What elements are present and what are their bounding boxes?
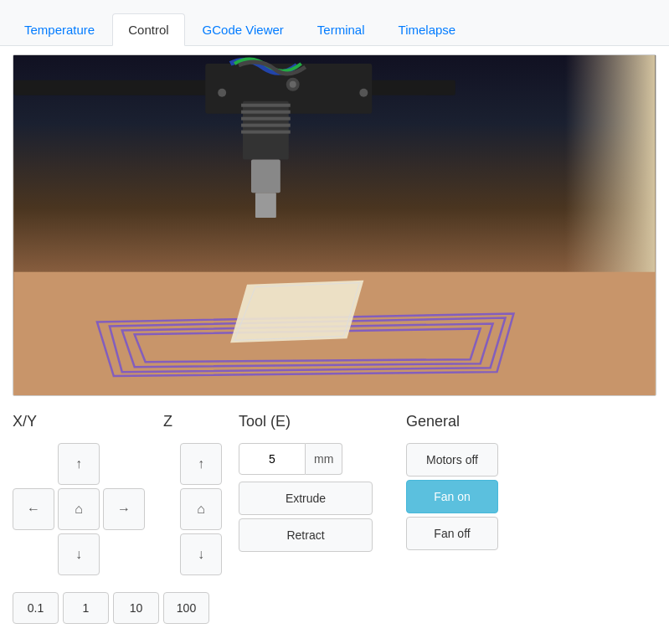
z-direction-pad: ↑ ⌂ ↓ <box>163 443 239 575</box>
tool-header: Tool (E) <box>239 413 406 430</box>
tab-control[interactable]: Control <box>112 13 184 46</box>
svg-rect-6 <box>241 111 291 114</box>
svg-rect-8 <box>241 124 291 127</box>
step-row: 0.1 1 10 100 <box>0 592 669 624</box>
camera-container <box>13 54 656 396</box>
z-header: Z <box>163 413 239 430</box>
xy-section: X/Y ↑ ← ⌂ → ↓ <box>13 413 163 575</box>
svg-point-16 <box>359 89 368 97</box>
motors-off-button[interactable]: Motors off <box>406 443 498 477</box>
step-100-button[interactable]: 100 <box>163 592 209 624</box>
xy-pad-empty-3 <box>13 533 54 575</box>
tab-temperature[interactable]: Temperature <box>8 13 111 45</box>
tool-section: Tool (E) mm Extrude Retract <box>239 413 406 575</box>
xy-pad-empty-1 <box>13 443 54 485</box>
retract-button[interactable]: Retract <box>239 518 373 552</box>
svg-point-15 <box>218 89 226 97</box>
step-1-button[interactable]: 1 <box>63 592 109 624</box>
general-header: General <box>406 413 656 430</box>
general-controls: Motors off Fan on Fan off <box>406 443 656 550</box>
z-section: Z ↑ ⌂ ↓ <box>163 413 239 575</box>
tool-controls: mm Extrude Retract <box>239 443 406 552</box>
fan-on-button[interactable]: Fan on <box>406 480 498 513</box>
tool-input-row: mm <box>239 443 406 475</box>
svg-rect-11 <box>255 193 276 218</box>
xy-direction-pad: ↑ ← ⌂ → ↓ <box>13 443 163 575</box>
tool-amount-input[interactable] <box>239 443 306 475</box>
tab-bar: Temperature Control GCode Viewer Termina… <box>0 0 669 46</box>
xy-up-button[interactable]: ↑ <box>58 443 100 485</box>
z-down-button[interactable]: ↓ <box>180 533 222 575</box>
svg-rect-9 <box>241 131 291 134</box>
xy-down-button[interactable]: ↓ <box>58 533 100 575</box>
xy-pad-empty-2 <box>103 443 145 485</box>
tab-terminal[interactable]: Terminal <box>301 13 381 45</box>
z-home-button[interactable]: ⌂ <box>180 488 222 530</box>
svg-rect-5 <box>241 104 291 107</box>
tab-timelapse[interactable]: Timelapse <box>383 13 472 45</box>
fan-off-button[interactable]: Fan off <box>406 517 498 550</box>
extrude-button[interactable]: Extrude <box>239 482 373 515</box>
xy-header: X/Y <box>13 413 163 430</box>
svg-marker-13 <box>230 281 363 343</box>
camera-image <box>13 55 656 395</box>
xy-pad-empty-4 <box>103 533 145 575</box>
xy-left-button[interactable]: ← <box>13 488 54 530</box>
svg-rect-10 <box>251 159 280 193</box>
general-section: General Motors off Fan on Fan off <box>406 413 656 575</box>
controls-area: X/Y ↑ ← ⌂ → ↓ Z ↑ ⌂ ↓ Tool (E) <box>0 404 669 584</box>
xy-home-button[interactable]: ⌂ <box>58 488 100 530</box>
z-up-button[interactable]: ↑ <box>180 443 222 485</box>
step-10-button[interactable]: 10 <box>113 592 159 624</box>
tool-unit-label: mm <box>306 443 342 475</box>
xy-right-button[interactable]: → <box>103 488 145 530</box>
svg-rect-7 <box>241 117 291 121</box>
tab-gcode-viewer[interactable]: GCode Viewer <box>187 13 300 45</box>
camera-svg <box>13 55 656 395</box>
svg-point-18 <box>290 81 296 88</box>
step-0-1-button[interactable]: 0.1 <box>13 592 59 624</box>
